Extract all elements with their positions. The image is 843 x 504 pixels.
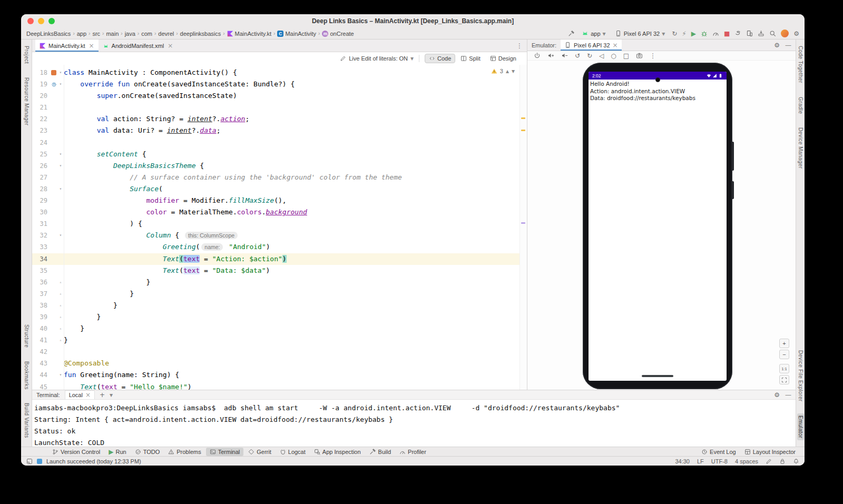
- editor-tab[interactable]: AndroidManifest.xml×: [99, 39, 178, 52]
- bell-icon[interactable]: [793, 458, 799, 465]
- fold-icon[interactable]: ▴: [57, 300, 64, 311]
- breadcrumb-item[interactable]: monCreate: [322, 31, 354, 37]
- settings-icon[interactable]: ⚙: [793, 31, 799, 37]
- code-line[interactable]: 33 Greeting(name: "Android"): [32, 241, 527, 253]
- fold-icon[interactable]: ▾: [57, 149, 64, 160]
- tab-close-icon[interactable]: ×: [85, 392, 91, 398]
- run-icon[interactable]: ▶: [691, 31, 696, 37]
- volume-down-icon[interactable]: [561, 52, 568, 59]
- tool-stripe-item-build-variants[interactable]: Build Variants: [23, 401, 30, 440]
- stop-icon[interactable]: ■: [724, 31, 730, 37]
- profile-icon[interactable]: [712, 30, 719, 37]
- code-line[interactable]: 21: [32, 102, 527, 113]
- terminal-tab[interactable]: Local ×: [65, 390, 95, 399]
- rotate-left-icon[interactable]: ↺: [575, 53, 580, 59]
- line-number[interactable]: 30: [32, 206, 50, 218]
- line-number[interactable]: 29: [32, 195, 50, 206]
- tool-stripe-item-project[interactable]: Project: [23, 44, 30, 66]
- line-number[interactable]: 19: [32, 78, 50, 90]
- zoom-reset-button[interactable]: 1:1: [779, 364, 789, 373]
- tool-window-button-version-control[interactable]: Version Control: [48, 448, 104, 456]
- tab-close-icon[interactable]: ×: [613, 42, 618, 48]
- debug-icon[interactable]: [701, 30, 708, 37]
- line-number[interactable]: 27: [32, 172, 50, 183]
- code-line[interactable]: 39▴ }: [32, 311, 527, 323]
- scroll-mark-warning[interactable]: [521, 117, 525, 119]
- overview-icon[interactable]: □: [623, 53, 629, 59]
- error-stripe[interactable]: [519, 65, 527, 390]
- tool-stripe-item-structure[interactable]: Structure: [23, 322, 30, 350]
- tool-stripe-item-emulator[interactable]: Emulator: [797, 413, 804, 440]
- tab-close-icon[interactable]: ×: [89, 43, 94, 49]
- screenshot-icon[interactable]: [636, 52, 643, 59]
- new-terminal-icon[interactable]: +: [100, 392, 105, 398]
- back-icon[interactable]: ◁: [599, 53, 604, 59]
- tool-window-button-problems[interactable]: Problems: [164, 448, 204, 456]
- scroll-mark-warning[interactable]: [521, 130, 525, 131]
- fold-icon[interactable]: ▴: [57, 288, 64, 300]
- tool-window-button-run[interactable]: ▶Run: [105, 448, 130, 456]
- line-number[interactable]: 37: [32, 288, 50, 300]
- line-number[interactable]: 26: [32, 160, 50, 172]
- code-line[interactable]: 30 color = MaterialTheme.colors.backgrou…: [32, 206, 527, 218]
- editor-options-icon[interactable]: ⋮: [512, 43, 527, 49]
- build-icon[interactable]: [568, 30, 575, 37]
- tool-window-button-terminal[interactable]: Terminal: [206, 448, 244, 456]
- fold-icon[interactable]: ▴: [57, 323, 64, 334]
- code-line[interactable]: 24: [32, 137, 527, 149]
- code-line[interactable]: 35 Text(text = "Data: $data"): [32, 265, 527, 276]
- terminal-output[interactable]: iamsabs-macbookpro3:DeepLinksBasics iams…: [32, 400, 796, 449]
- tool-stripe-item-bookmarks[interactable]: Bookmarks: [23, 359, 30, 392]
- line-number[interactable]: 43: [32, 358, 50, 369]
- editor-tab[interactable]: MainActivity.kt×: [35, 39, 99, 52]
- more-vert-icon[interactable]: ⋮: [650, 53, 656, 59]
- code-line[interactable]: 43@Composable: [32, 358, 527, 369]
- view-mode-code[interactable]: Code: [425, 54, 455, 63]
- fold-icon[interactable]: ▾: [57, 230, 64, 241]
- fold-icon[interactable]: ▴: [57, 334, 64, 346]
- next-warning-icon[interactable]: ▾: [512, 68, 515, 74]
- zoom-window-button[interactable]: [48, 18, 55, 24]
- status-widget[interactable]: LF: [697, 458, 704, 465]
- fold-icon[interactable]: ▴: [57, 311, 64, 323]
- code-line[interactable]: 18▾class MainActivity : ComponentActivit…: [32, 67, 527, 78]
- code-line[interactable]: 44▾fun Greeting(name: String) {: [32, 369, 527, 381]
- breadcrumb-item[interactable]: devrel: [158, 31, 174, 37]
- zoom-in-button[interactable]: +: [779, 339, 789, 348]
- pencil-icon[interactable]: [766, 458, 772, 465]
- line-number[interactable]: 36: [32, 276, 50, 288]
- run-configuration-selector[interactable]: app ▾: [580, 29, 607, 37]
- code-line[interactable]: 26▾ DeepLinksBasicsTheme {: [32, 160, 527, 172]
- hide-panel-icon[interactable]: —: [785, 392, 791, 398]
- line-number[interactable]: 24: [32, 137, 50, 149]
- line-number[interactable]: 40: [32, 323, 50, 334]
- breadcrumb-item[interactable]: com: [141, 31, 152, 37]
- device-selector[interactable]: Pixel 6 API 32 ▾: [613, 29, 668, 37]
- line-number[interactable]: 18: [32, 67, 50, 78]
- line-number[interactable]: 44: [32, 369, 50, 381]
- line-number[interactable]: 33: [32, 241, 50, 253]
- tool-stripe-item-device-file-explorer[interactable]: Device File Explorer: [797, 348, 804, 403]
- fold-icon[interactable]: ▾: [57, 183, 64, 195]
- tool-stripe-item-device-manager[interactable]: Device Manager: [797, 125, 804, 171]
- tool-stripe-item-gradle[interactable]: Gradle: [797, 95, 804, 116]
- fold-icon[interactable]: ▾: [57, 160, 64, 172]
- breadcrumb-item[interactable]: main: [106, 31, 119, 37]
- fit-to-window-button[interactable]: [779, 375, 789, 384]
- line-number[interactable]: 32: [32, 230, 50, 241]
- line-number[interactable]: 39: [32, 311, 50, 323]
- status-widget[interactable]: 34:30: [675, 458, 690, 465]
- minimize-window-button[interactable]: [38, 18, 44, 24]
- tool-stripe-item-resource-manager[interactable]: Resource Manager: [23, 75, 30, 127]
- emulator-tab[interactable]: Pixel 6 API 32 ×: [561, 39, 622, 51]
- breadcrumb-item[interactable]: MainActivity.kt: [227, 31, 271, 37]
- emulator-screen[interactable]: 2:02 Hello Android!Action: android.inten…: [589, 72, 727, 381]
- code-line[interactable]: 45 Text(text = "Hello $name!"): [32, 381, 527, 390]
- view-mode-split[interactable]: Split: [456, 54, 484, 63]
- sdk-manager-icon[interactable]: [758, 30, 764, 37]
- power-icon[interactable]: [534, 52, 541, 59]
- line-number[interactable]: 42: [32, 346, 50, 358]
- status-message[interactable]: Launch succeeded (today 12:33 PM): [46, 458, 141, 465]
- code-line[interactable]: 27 // A surface container using the 'bac…: [32, 172, 527, 183]
- scroll-mark-info[interactable]: [521, 222, 525, 224]
